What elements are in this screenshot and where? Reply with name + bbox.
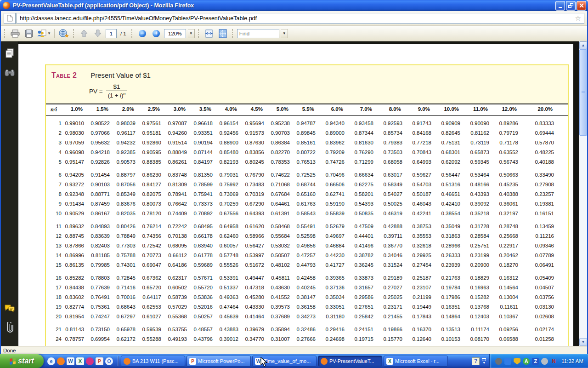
search-panel-button[interactable] xyxy=(4,67,15,78)
excel-icon[interactable]: X xyxy=(76,357,84,365)
pv-factor-value: 0.43393 xyxy=(460,190,489,199)
help-icon[interactable]: ? xyxy=(472,357,480,365)
zoom-in-button[interactable]: + xyxy=(150,28,162,40)
scrollbar-track[interactable] xyxy=(579,49,587,338)
next-page-button[interactable] xyxy=(92,28,104,40)
pv-factor-value: 0.86135 xyxy=(62,260,84,270)
pv-factor-value: 0.78353 xyxy=(264,157,290,167)
pv-factor-value: 0.25187 xyxy=(402,273,431,283)
pv-factor-value: 0.72542 xyxy=(136,241,161,251)
word-icon[interactable]: W xyxy=(67,357,74,365)
pv-factor-value: 0.91573 xyxy=(238,128,264,138)
previous-page-button[interactable] xyxy=(78,28,90,40)
comments-panel-button[interactable] xyxy=(4,303,15,314)
bookmark-star-icon[interactable]: ☆ xyxy=(575,14,581,23)
scroll-down-button[interactable]: ▼ xyxy=(579,338,587,346)
pv-factor-value: 0.73119 xyxy=(460,138,489,148)
table-row: 200.819540.742470.672970.610270.553680.5… xyxy=(46,312,568,322)
pv-factor-value: 0.53755 xyxy=(161,325,187,334)
pv-factor-value: 0.47257 xyxy=(290,251,316,260)
pv-factor-value: 0.41464 xyxy=(238,312,264,322)
pv-factor-value: 0.55526 xyxy=(213,260,238,270)
firefox-icon[interactable] xyxy=(57,357,65,365)
start-button[interactable]: start xyxy=(0,354,44,368)
pv-factor-value: 0.86167 xyxy=(84,209,110,218)
pv-factor-value: 0.11611 xyxy=(489,302,518,312)
tray-green-icon[interactable]: A xyxy=(523,358,530,365)
mcafee-shield-icon[interactable] xyxy=(514,358,520,365)
find-input[interactable] xyxy=(239,31,277,36)
novell-icon[interactable]: N xyxy=(550,358,557,365)
scroll-up-button[interactable]: ▲ xyxy=(579,41,587,49)
pv-factor-value: 0.88849 xyxy=(161,148,187,157)
table-body: 10.990100.985220.980390.975610.970870.96… xyxy=(46,116,568,347)
pv-factor-value: 0.23199 xyxy=(460,251,489,260)
taskbar-button[interactable]: XMicrosoft Excel - r... xyxy=(384,356,448,367)
page-icon xyxy=(7,15,13,22)
taskbar-button[interactable]: BA 213 W11 (Pasc... xyxy=(121,356,185,367)
taskbar-separator xyxy=(118,356,119,366)
powerpoint-icon[interactable]: P xyxy=(96,357,103,365)
pv-factor-value: 0.10153 xyxy=(431,334,460,344)
toolbar-chevron[interactable]: ▼ xyxy=(482,358,486,364)
email-dropdown-caret[interactable]: ▼ xyxy=(47,31,51,35)
comments-icon xyxy=(4,304,15,312)
restore-button[interactable] xyxy=(566,1,576,11)
url-field[interactable]: ☆ xyxy=(17,13,584,24)
pv-factor-value: 0.53836 xyxy=(187,293,213,302)
page-number-input[interactable] xyxy=(106,29,117,38)
pv-factor-value: 0.64186 xyxy=(161,260,187,270)
pv-factor-value: 0.27454 xyxy=(402,260,431,270)
volume-icon[interactable] xyxy=(541,358,548,365)
close-button[interactable] xyxy=(577,1,586,11)
taskbar-button[interactable]: PMicrosoft PowerPo... xyxy=(187,356,251,367)
pv-factor-value: 0.27666 xyxy=(290,334,316,344)
taskbar-button[interactable]: PV-PresentValueT... xyxy=(318,356,382,367)
scrollbar-thumb[interactable] xyxy=(579,49,587,136)
row-period-label: 5 xyxy=(46,157,62,167)
url-input[interactable] xyxy=(20,15,573,22)
pv-factor-value: 0.62553 xyxy=(136,302,161,312)
find-dropdown-caret[interactable]: ▼ xyxy=(281,29,288,38)
minimize-button[interactable] xyxy=(555,1,565,11)
tray-messenger-icon[interactable] xyxy=(504,358,511,365)
pages-panel-button[interactable] xyxy=(4,48,15,59)
pv-factor-value: 0.59539 xyxy=(136,325,161,334)
tray-ball-icon[interactable] xyxy=(495,358,502,365)
vertical-scrollbar[interactable]: ▲ ▼ xyxy=(579,41,587,346)
find-box[interactable] xyxy=(237,29,279,38)
table-row: 150.861350.799850.743010.690470.641860.5… xyxy=(46,260,568,270)
fit-page-button[interactable] xyxy=(217,28,229,40)
table-row: 90.914340.874590.836760.800730.766420.73… xyxy=(46,199,568,209)
zoom-level-value[interactable]: 120% xyxy=(164,29,186,38)
pv-factor-value: 0.53032 xyxy=(264,241,290,251)
pv-factor-value: 0.65873 xyxy=(460,148,489,157)
attachments-panel-button[interactable] xyxy=(4,322,15,333)
print-button[interactable] xyxy=(9,28,21,40)
pv-factor-value: 0.70843 xyxy=(402,148,431,157)
pv-factor-value: 0.35218 xyxy=(460,209,489,218)
internet-explorer-icon[interactable]: e xyxy=(47,357,55,365)
fit-width-button[interactable] xyxy=(203,28,215,40)
pv-factor-value: 0.73483 xyxy=(238,180,264,190)
taskbar-button[interactable]: WTime_value_of_mo... xyxy=(252,356,317,367)
upload-button[interactable] xyxy=(58,28,70,40)
pv-factor-value: 0.16963 xyxy=(460,283,489,293)
save-button[interactable] xyxy=(23,28,35,40)
pv-factor-value: 0.97066 xyxy=(84,128,110,138)
pv-factor-value: 0.42458 xyxy=(290,273,316,283)
email-button[interactable]: ▼ xyxy=(37,28,51,40)
key-icon[interactable] xyxy=(86,357,94,365)
outlook-express-icon[interactable]: O xyxy=(105,357,113,365)
row-period-label: 14 xyxy=(46,251,62,260)
pv-factor-value: 0.79719 xyxy=(489,128,518,138)
pv-factor-value: 0.49697 xyxy=(316,231,345,241)
zoom-dropdown-caret[interactable]: ▼ xyxy=(188,29,195,38)
pv-factor-value: 0.13004 xyxy=(489,293,518,302)
table-row: 240.787570.699540.621720.552880.491930.4… xyxy=(46,334,568,344)
pv-factor-value: 0.86996 xyxy=(62,251,84,260)
tray-z-icon[interactable]: Z xyxy=(532,358,539,365)
pv-factor-value: 0.67684 xyxy=(264,190,290,199)
zoom-out-button[interactable]: − xyxy=(136,28,148,40)
table-row: 160.852820.788030.728450.673620.623170.5… xyxy=(46,273,568,283)
